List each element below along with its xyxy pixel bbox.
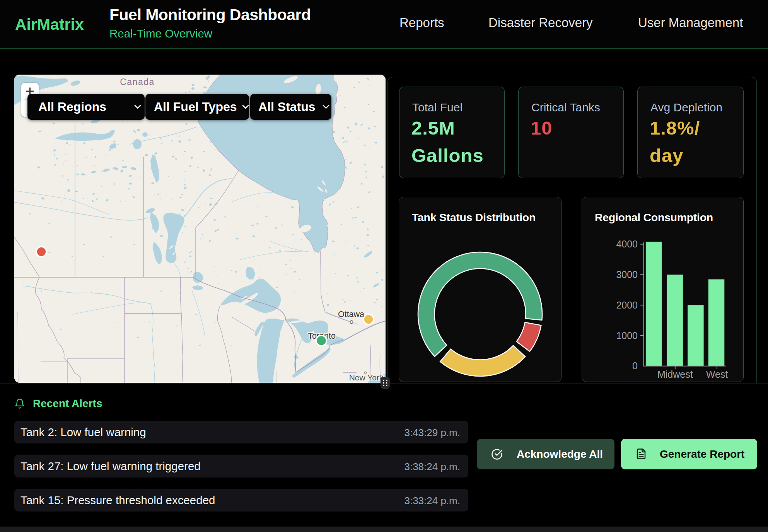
svg-text:1000: 1000 <box>616 330 638 341</box>
svg-text:3000: 3000 <box>616 269 638 280</box>
svg-text:2000: 2000 <box>616 300 638 310</box>
svg-text:Ottawa: Ottawa <box>338 310 364 319</box>
svg-text:0: 0 <box>632 360 638 371</box>
svg-text:4000: 4000 <box>616 239 638 249</box>
svg-text:Midwest: Midwest <box>657 369 693 380</box>
svg-text:Canada: Canada <box>120 77 155 87</box>
svg-text:West: West <box>706 369 728 380</box>
svg-text:New York: New York <box>349 373 384 382</box>
